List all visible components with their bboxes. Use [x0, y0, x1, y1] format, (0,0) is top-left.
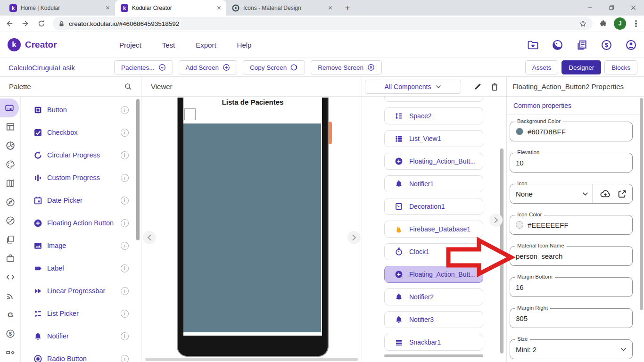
palette-item[interactable]: Checkbox	[21, 121, 136, 144]
info-icon[interactable]	[121, 310, 129, 318]
component-item[interactable]: Floating_Action_Butt...	[384, 266, 483, 283]
menu-item[interactable]: Project	[119, 41, 141, 49]
components-horizontal-scrollbar[interactable]	[384, 354, 483, 357]
screen-checkbox-component[interactable]	[184, 108, 196, 120]
browser-menu-icon[interactable]	[633, 20, 639, 27]
palette-category[interactable]	[0, 99, 19, 117]
property-field[interactable]: Material Icon Name person_search	[510, 246, 633, 266]
profile-avatar[interactable]: J	[614, 17, 626, 30]
palette-item[interactable]: Button	[21, 99, 136, 121]
info-icon[interactable]	[121, 151, 129, 159]
open-external-icon[interactable]	[618, 189, 627, 198]
components-vertical-scrollbar[interactable]	[500, 148, 504, 354]
palette-item[interactable]: Custom Progress	[21, 166, 136, 189]
kodular-logo[interactable]: k Creator	[8, 38, 57, 51]
close-window-button[interactable]	[622, 0, 644, 16]
expand-properties-chevron[interactable]	[489, 214, 503, 227]
cloud-upload-icon[interactable]	[600, 189, 611, 198]
palette-category[interactable]	[0, 212, 20, 230]
property-field[interactable]: Size Mini: 2	[510, 339, 633, 359]
palette-category[interactable]	[0, 343, 20, 362]
component-item[interactable]: Notifier1	[384, 175, 483, 192]
info-icon[interactable]	[121, 174, 129, 182]
extensions-puzzle-icon[interactable]	[599, 20, 607, 28]
info-icon[interactable]	[121, 287, 129, 295]
info-icon[interactable]	[121, 197, 129, 205]
palette-item[interactable]: Radio Button	[21, 347, 136, 362]
component-item[interactable]: Space2	[384, 107, 483, 124]
menu-item[interactable]: Export	[196, 41, 216, 49]
remove-screen-button[interactable]: Remove Screen	[311, 60, 382, 74]
viewer-horizontal-scrollbar[interactable]	[145, 358, 358, 361]
add-screen-button[interactable]: Add Screen	[179, 60, 238, 74]
palette-category[interactable]	[0, 230, 20, 249]
palette-category[interactable]	[0, 193, 20, 212]
browser-tab[interactable]: Icons - Material Design	[226, 0, 338, 16]
forward-icon[interactable]	[21, 19, 30, 28]
palette-scrollbar[interactable]	[136, 99, 140, 240]
property-field[interactable]: Icon None	[510, 184, 633, 204]
property-field[interactable]: Margin Right 305	[510, 308, 633, 328]
palette-item[interactable]: List Picker	[21, 302, 136, 325]
component-item[interactable]: Snackbar1	[384, 334, 483, 351]
tab-close-icon[interactable]	[326, 4, 334, 12]
minimize-button[interactable]	[579, 0, 601, 16]
palette-category[interactable]: G	[0, 305, 20, 324]
palette-item[interactable]: Circular Progress	[21, 144, 136, 166]
bookmark-star-icon[interactable]	[579, 20, 587, 28]
component-item[interactable]: Firebase_Database1	[384, 221, 483, 238]
expand-components-chevron[interactable]	[347, 231, 361, 244]
menu-item[interactable]: Help	[237, 41, 252, 49]
rename-pencil-icon[interactable]	[473, 82, 482, 91]
monetization-icon[interactable]: $	[601, 40, 612, 50]
info-icon[interactable]	[121, 106, 129, 114]
new-tab-button[interactable]: +	[342, 2, 353, 14]
info-icon[interactable]	[121, 332, 129, 340]
info-icon[interactable]	[121, 242, 129, 250]
component-item[interactable]: Notifier3	[384, 311, 483, 328]
tab-close-icon[interactable]	[104, 4, 111, 12]
property-field[interactable]: Icon Color #EEEEEEFF	[510, 215, 633, 235]
palette-category[interactable]	[0, 117, 20, 136]
property-field[interactable]: Elevation 10	[510, 153, 633, 173]
restore-button[interactable]	[601, 0, 622, 16]
delete-trash-icon[interactable]	[490, 82, 499, 91]
search-icon[interactable]	[124, 82, 132, 90]
property-field[interactable]: Background Color #607D8BFF	[510, 122, 633, 141]
palette-category[interactable]	[0, 287, 20, 305]
blocks-button[interactable]: Blocks	[604, 60, 637, 74]
copy-screen-button[interactable]: Copy Screen	[243, 60, 305, 74]
screen-listview-component[interactable]	[183, 123, 321, 332]
property-field[interactable]: Margin Bottom 16	[510, 277, 633, 297]
component-item[interactable]: Floating_Action_Butt...	[384, 153, 483, 170]
info-icon[interactable]	[121, 219, 129, 227]
palette-item[interactable]: Label	[21, 257, 136, 280]
palette-item[interactable]: Linear Progressbar	[21, 280, 136, 302]
info-icon[interactable]	[121, 129, 129, 137]
palette-item[interactable]: Notifier	[21, 325, 136, 347]
palette-category[interactable]	[0, 268, 20, 287]
screen-title-label[interactable]: Lista de Pacientes	[183, 98, 322, 106]
components-filter-dropdown[interactable]: All Components	[365, 80, 461, 94]
component-item[interactable]: Decoration1	[384, 198, 483, 215]
component-item[interactable]: Notifier2	[384, 288, 483, 305]
assets-button[interactable]: Assets	[525, 60, 559, 74]
community-face-icon[interactable]	[552, 40, 563, 50]
properties-scrollbar[interactable]	[640, 98, 643, 310]
palette-item[interactable]: Date Picker	[21, 189, 136, 212]
palette-item[interactable]: Image	[21, 234, 136, 257]
component-item[interactable]: List_View1	[384, 130, 483, 147]
account-icon[interactable]	[626, 40, 636, 50]
collapse-palette-chevron[interactable]	[143, 231, 156, 244]
browser-tab[interactable]: k Home | Kodular	[4, 0, 115, 16]
palette-category[interactable]	[0, 155, 20, 174]
screen-selector-button[interactable]: Pacientes...	[114, 60, 173, 74]
reload-icon[interactable]	[37, 19, 46, 28]
phone-screen[interactable]: Lista de Pacientes	[183, 98, 322, 336]
tab-close-icon[interactable]	[215, 4, 223, 12]
info-icon[interactable]	[121, 355, 129, 362]
component-item[interactable]: Clock1	[384, 243, 483, 260]
address-bar[interactable]: creator.kodular.io/#4606864593518592	[53, 17, 593, 30]
projects-folder-icon[interactable]	[528, 40, 538, 50]
docs-icon[interactable]	[577, 40, 587, 50]
